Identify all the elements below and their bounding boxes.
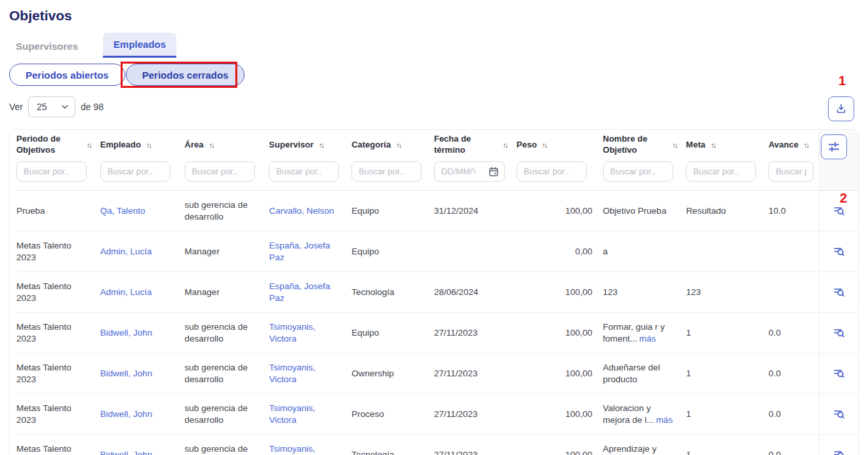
empleado-link[interactable]: Qa, Talento xyxy=(100,206,146,216)
table-row: Metas Talento 2023Bidwell, Johnsub geren… xyxy=(16,353,858,394)
cell-avance: 0.0 xyxy=(768,435,819,455)
more-link[interactable]: más xyxy=(656,415,673,425)
empleado-link[interactable]: Bidwell, John xyxy=(100,450,153,455)
categoria-value: Tecnología xyxy=(351,450,394,455)
column-label-empleado: Empleado xyxy=(100,140,141,151)
supervisor-link[interactable]: Carvallo, Nelson xyxy=(269,206,334,216)
search-input-empleado[interactable] xyxy=(100,161,170,182)
sort-icon[interactable]: ↑↓ xyxy=(672,141,677,149)
search-input-meta[interactable] xyxy=(686,161,756,182)
cell-peso: 100,00 xyxy=(517,435,603,455)
row-detail-button[interactable] xyxy=(830,365,848,383)
cell-categoria: Tecnología xyxy=(351,435,434,455)
row-actions-cell xyxy=(819,231,858,271)
cell-avance: 0.0 xyxy=(768,394,819,434)
peso-value: 100,00 xyxy=(565,368,592,378)
meta-value: 1 xyxy=(686,450,691,455)
peso-value: 100,00 xyxy=(565,409,592,419)
cell-supervisor: Tsimoyanis, Victora xyxy=(269,353,351,393)
sort-icon[interactable]: ↑↓ xyxy=(804,141,808,149)
supervisor-link[interactable]: Tsimoyanis, Victora xyxy=(269,322,315,344)
download-button[interactable] xyxy=(828,96,854,121)
supervisor-link[interactable]: España, Josefa Paz xyxy=(269,241,330,262)
download-icon xyxy=(835,102,848,115)
periodo-value: Metas Talento 2023 xyxy=(16,363,71,384)
search-input-peso[interactable] xyxy=(517,161,587,182)
table-body: PruebaQa, Talentosub gerencia de desarro… xyxy=(16,191,858,455)
cell-meta: 1 xyxy=(686,313,768,353)
sort-icon[interactable]: ↑↓ xyxy=(503,141,507,149)
sort-icon[interactable]: ↑↓ xyxy=(542,141,547,149)
periodos-cerrados-button[interactable]: Periodos cerrados xyxy=(126,64,245,86)
table-row: Metas Talento 2023Bidwell, Johnsub geren… xyxy=(16,394,858,435)
cell-area: sub gerencia de desarrollo xyxy=(185,394,269,434)
cell-meta: 1 xyxy=(686,394,768,434)
page-size-value: 25 xyxy=(37,102,47,112)
sort-icon[interactable]: ↑↓ xyxy=(319,141,323,149)
nombre-value: a xyxy=(603,247,608,256)
row-actions-cell xyxy=(819,313,858,353)
row-detail-button[interactable] xyxy=(830,283,848,302)
page-size-select[interactable]: 25 xyxy=(28,96,75,117)
cell-peso: 100,00 xyxy=(517,313,603,353)
cell-fecha: 27/11/2023 xyxy=(434,394,517,434)
row-detail-button[interactable] xyxy=(830,243,848,261)
row-detail-button[interactable] xyxy=(830,405,848,424)
meta-value: 1 xyxy=(686,328,691,338)
tab-supervisores[interactable]: Supervisores xyxy=(16,35,78,58)
date-filter-input[interactable]: DD/MM/YYYY xyxy=(434,161,505,182)
cell-fecha: 27/11/2023 xyxy=(434,313,517,353)
cell-avance: 0.0 xyxy=(768,313,819,353)
supervisor-link[interactable]: España, Josefa Paz xyxy=(269,281,330,303)
supervisor-link[interactable]: Tsimoyanis, Victora xyxy=(269,363,315,384)
column-label-meta: Meta xyxy=(686,140,705,151)
empleado-link[interactable]: Bidwell, John xyxy=(100,409,153,419)
search-input-area[interactable] xyxy=(185,161,255,182)
empleado-link[interactable]: Admin, Lucía xyxy=(100,287,152,297)
row-detail-button[interactable] xyxy=(830,446,848,455)
sort-icon[interactable]: ↑↓ xyxy=(146,141,151,149)
cell-area: Manager xyxy=(185,272,269,312)
cell-empleado: Qa, Talento xyxy=(100,191,185,231)
sort-icon[interactable]: ↑↓ xyxy=(209,141,214,149)
row-detail-button[interactable] xyxy=(830,324,848,342)
sort-icon[interactable]: ↑↓ xyxy=(396,141,401,149)
empleado-link[interactable]: Bidwell, John xyxy=(100,368,153,378)
cell-area: sub gerencia de desarrollo xyxy=(185,191,269,231)
column-settings-button[interactable] xyxy=(821,134,847,159)
more-link[interactable]: más xyxy=(639,334,656,344)
nombre-value: Aprendizaje y aplicació... xyxy=(603,444,657,455)
peso-value: 100,00 xyxy=(565,328,592,338)
cell-categoria: Tecnología xyxy=(351,272,434,312)
search-input-supervisor[interactable] xyxy=(269,161,339,182)
row-actions-cell xyxy=(819,394,858,434)
cell-supervisor: España, Josefa Paz xyxy=(269,272,351,312)
periodos-abiertos-button[interactable]: Periodos abiertos xyxy=(9,64,125,86)
area-value: sub gerencia de desarrollo xyxy=(185,200,248,222)
sort-icon[interactable]: ↑↓ xyxy=(711,141,715,149)
search-input-categoria[interactable] xyxy=(351,161,422,182)
tab-empleados[interactable]: Empleados xyxy=(103,33,176,58)
search-input-avance[interactable] xyxy=(768,161,814,182)
table-row: Metas Talento 2023Admin, LucíaManagerEsp… xyxy=(16,272,858,313)
sort-icon[interactable]: ↑↓ xyxy=(87,141,91,149)
chevron-down-icon xyxy=(62,105,68,109)
table-row: Metas Talento 2023Bidwell, Johnsub geren… xyxy=(16,435,858,455)
empleado-link[interactable]: Bidwell, John xyxy=(100,328,153,338)
periodo-value: Prueba xyxy=(16,206,45,216)
peso-value: 0,00 xyxy=(575,247,592,256)
cell-avance xyxy=(768,272,819,312)
search-input-periodo[interactable] xyxy=(16,161,87,182)
periodo-value: Metas Talento 2023 xyxy=(16,281,71,303)
nombre-value: Objetivo Prueba xyxy=(603,206,667,216)
supervisor-link[interactable]: Tsimoyanis, Victora xyxy=(269,444,315,455)
empleado-link[interactable]: Admin, Lucía xyxy=(100,247,152,256)
meta-value: 1 xyxy=(686,368,691,378)
supervisor-link[interactable]: Tsimoyanis, Victora xyxy=(269,403,315,425)
fecha-value: 27/11/2023 xyxy=(434,450,478,455)
ver-label: Ver xyxy=(9,102,23,112)
fecha-value: 27/11/2023 xyxy=(434,328,478,338)
search-input-nombre[interactable] xyxy=(603,161,673,182)
cell-meta: 1 xyxy=(686,353,768,393)
view-bar: Ver 25 de 98 xyxy=(9,96,104,117)
